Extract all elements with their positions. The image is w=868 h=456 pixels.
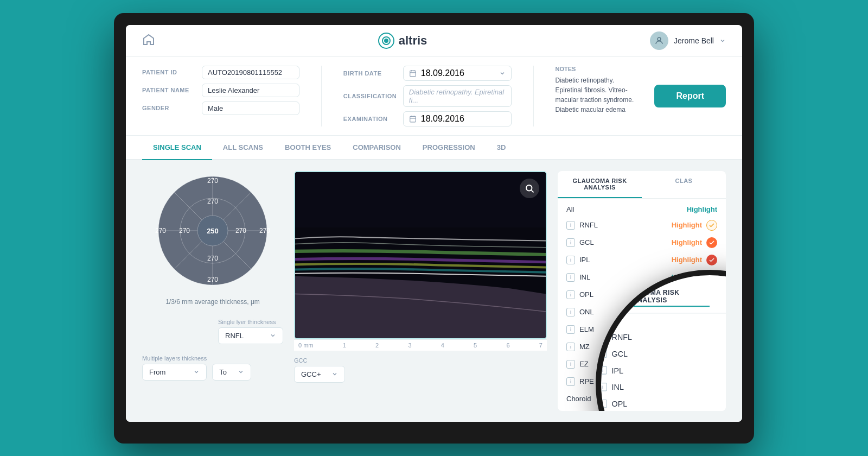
patient-name-value[interactable]: Leslie Alexander (202, 84, 299, 97)
divider-1 (321, 66, 322, 126)
right-panel: GLAUCOMA RISKANALYSIS CLAS All Highlight… (558, 171, 726, 411)
tab-3d[interactable]: 3D (486, 136, 517, 160)
tab-progression[interactable]: PROGRESSION (412, 136, 486, 160)
monitor-frame: altris Jerome Bell PATIENT ID (114, 13, 754, 444)
notes-section: NOTES Diabetic retinopathy. Epiretinal f… (556, 66, 639, 115)
svg-text:270: 270 (207, 177, 218, 185)
rp-tab-clas[interactable]: CLAS (642, 171, 726, 198)
classification-value[interactable]: Diabetic retinopathy. Epiretinal fi... (403, 85, 512, 107)
user-menu[interactable]: Jerome Bell (650, 31, 726, 50)
layer-name-choroid: Choroid (566, 395, 593, 403)
classification-row: CLASSIFICATION Diabetic retinopathy. Epi… (343, 85, 512, 107)
report-button[interactable]: Report (654, 85, 726, 107)
patient-name-label: PATIENT NAME (142, 87, 196, 93)
gender-label: GENDER (142, 105, 196, 111)
diagram-label: 1/3/6 mm average thickness, μm (165, 298, 260, 306)
svg-text:270: 270 (207, 276, 218, 283)
divider-2 (533, 66, 534, 126)
info-icon-onl[interactable]: i (566, 308, 575, 316)
logo-icon (378, 33, 394, 49)
layer-name-all: All (566, 205, 593, 213)
layer-name-inl: INL (579, 273, 607, 281)
left-panel: 270 270 270 270 270 270 270 270 250 1/3/… (142, 171, 283, 411)
info-icon-rpe[interactable]: i (566, 377, 575, 386)
highlight-row-gcl: i GCL Highlight (558, 234, 726, 251)
classification-label: CLASSIFICATION (343, 93, 398, 99)
birth-date-value[interactable]: 18.09.2016 (403, 66, 512, 81)
mag-tab-clas: CLAS (710, 287, 726, 307)
app-header: altris Jerome Bell (126, 25, 742, 57)
highlight-btn-all[interactable]: Highlight (687, 205, 717, 213)
notes-value: Diabetic retinopathy. Epiretinal fibrosi… (556, 75, 639, 115)
svg-text:270: 270 (207, 255, 218, 262)
gender-value[interactable]: Male (202, 102, 299, 115)
circle-diagram: 270 270 270 270 270 270 270 270 250 (153, 171, 272, 290)
multiple-layer-selector: Multiple layers thickness From (142, 355, 207, 381)
mag-all: All (598, 316, 631, 326)
gcc-selector: GCC GCC+ (294, 357, 345, 383)
main-tabs: SINGLE SCAN ALL SCANS BOOTH EYES COMPARI… (126, 136, 742, 160)
oct-panel: 0 mm 1 2 3 4 5 6 7 GCC GCC+ (294, 171, 547, 411)
svg-text:270: 270 (259, 227, 270, 235)
right-panel-tabs: GLAUCOMA RISKANALYSIS CLAS (558, 171, 726, 199)
single-layer-dropdown[interactable]: RNFL (218, 327, 283, 344)
birth-date-label: BIRTH DATE (343, 70, 398, 77)
examination-row: EXAMINATION 18.09.2016 (343, 111, 512, 126)
svg-point-29 (526, 185, 532, 191)
svg-text:270: 270 (179, 227, 190, 235)
app-logo: altris (378, 33, 427, 49)
from-dropdown[interactable]: From (142, 364, 207, 381)
main-content: 270 270 270 270 270 270 270 270 250 1/3/… (126, 160, 742, 422)
gcc-dropdown[interactable]: GCC+ (294, 366, 345, 383)
layer-name-gcl: GCL (579, 238, 607, 246)
svg-rect-1 (410, 71, 416, 77)
color-dot-rnfl (706, 220, 717, 231)
highlight-btn-gcl[interactable]: Highlight (672, 238, 702, 246)
patient-id-value[interactable]: AUTO20190801115552 (202, 66, 299, 79)
tab-all-scans[interactable]: ALL SCANS (212, 136, 274, 160)
to-dropdown[interactable]: To (212, 364, 251, 381)
info-icon-gcl[interactable]: i (566, 238, 575, 247)
home-icon[interactable] (142, 33, 155, 48)
mag-tab-glaucoma: GLAUCOMA RISKANALYSIS (596, 287, 710, 307)
svg-line-30 (531, 190, 533, 192)
search-icon-btn[interactable] (520, 179, 539, 198)
info-icon-mz[interactable]: i (566, 343, 575, 351)
mag-rnfl: RNFL (612, 332, 636, 341)
highlight-row-all: All Highlight (558, 202, 726, 217)
tab-booth-eyes[interactable]: BOOTH EYES (274, 136, 342, 160)
svg-rect-5 (410, 116, 416, 122)
single-layer-selector: Single lyer thinckness RNFL (218, 319, 283, 344)
patient-info-bar: PATIENT ID AUTO20190801115552 PATIENT NA… (126, 57, 742, 136)
patient-gender-row: GENDER Male (142, 102, 299, 115)
multiple-layer-label: Multiple layers thickness (142, 355, 207, 362)
tab-single-scan[interactable]: SINGLE SCAN (142, 136, 212, 160)
examination-value[interactable]: 18.09.2016 (403, 111, 512, 126)
color-dot-gcl (706, 237, 717, 248)
to-selector: x To (212, 355, 251, 381)
svg-text:250: 250 (207, 227, 219, 235)
birth-date-row: BIRTH DATE 18.09.2016 (343, 66, 512, 81)
info-icon-ez[interactable]: i (566, 360, 575, 369)
svg-text:270: 270 (207, 198, 218, 205)
notes-label: NOTES (556, 66, 639, 72)
info-icon-inl[interactable]: i (566, 273, 575, 282)
info-icon-elm[interactable]: i (566, 325, 575, 334)
highlight-row-ipl: i IPL Highlight (558, 251, 726, 269)
patient-left-fields: PATIENT ID AUTO20190801115552 PATIENT NA… (142, 66, 299, 115)
chevron-down-icon (719, 37, 726, 44)
info-icon-rnfl[interactable]: i (566, 221, 575, 230)
avatar (650, 31, 668, 50)
tab-comparison[interactable]: COMPARISON (342, 136, 412, 160)
examination-label: EXAMINATION (343, 116, 398, 122)
info-icon-opl[interactable]: i (566, 290, 575, 299)
svg-point-0 (658, 37, 661, 41)
highlight-btn-rnfl[interactable]: Highlight (672, 221, 702, 229)
patient-id-label: PATIENT ID (142, 69, 196, 75)
rp-tab-glaucoma[interactable]: GLAUCOMA RISKANALYSIS (558, 171, 642, 198)
highlight-btn-ipl[interactable]: Highlight (672, 256, 702, 264)
info-icon-ipl[interactable]: i (566, 256, 575, 264)
app-window: altris Jerome Bell PATIENT ID (126, 25, 742, 422)
patient-right-fields: BIRTH DATE 18.09.2016 CLASSIFICATION Dia… (343, 66, 512, 126)
app-title: altris (399, 34, 427, 48)
